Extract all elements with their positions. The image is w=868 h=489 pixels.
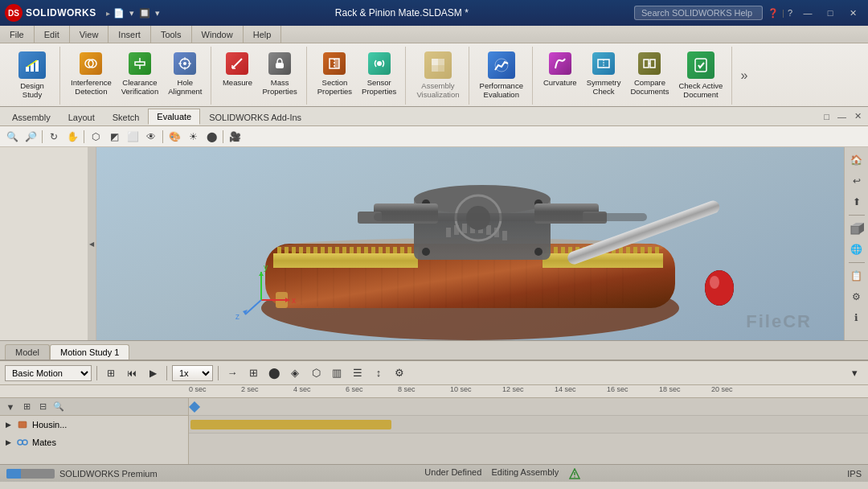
- ribbon-tab-edit[interactable]: Edit: [35, 26, 70, 43]
- sidebar-sep-2: [849, 262, 865, 263]
- configuration-button[interactable]: ⚙: [847, 287, 866, 306]
- symmetry-check-button[interactable]: SymmetryCheck: [583, 48, 625, 99]
- timeline-tool-3[interactable]: ⬤: [265, 364, 283, 382]
- design-study-label: DesignStudy: [20, 81, 44, 100]
- close-button[interactable]: ✕: [842, 5, 863, 21]
- tab-assembly[interactable]: Assembly: [3, 109, 59, 125]
- svg-text:y: y: [264, 263, 268, 272]
- measure-button[interactable]: Measure: [218, 48, 256, 89]
- svg-rect-68: [342, 247, 346, 253]
- performance-evaluation-button[interactable]: PerformanceEvaluation: [476, 48, 527, 102]
- zoom-in-button[interactable]: 🔎: [22, 129, 39, 145]
- rotate-button[interactable]: ↻: [45, 129, 63, 145]
- home-view-button[interactable]: 🏠: [847, 150, 866, 170]
- search-tree-button[interactable]: 🔍: [51, 400, 66, 414]
- housing-expand-icon[interactable]: ▶: [3, 420, 13, 429]
- sensor-button[interactable]: SensorProperties: [358, 48, 400, 99]
- toolbar-cmd-4[interactable]: ▾: [155, 8, 160, 18]
- playback-speed-select[interactable]: 0.5x 1x 2x: [172, 365, 213, 381]
- toolbar-cmd-2[interactable]: ▾: [129, 8, 134, 18]
- appearance-button[interactable]: 🎨: [166, 129, 183, 145]
- timeline-table-button[interactable]: ⊞: [102, 364, 120, 382]
- ribbon-more-button[interactable]: »: [737, 65, 751, 86]
- timeline-tool-5[interactable]: ⬡: [307, 364, 325, 382]
- expand-all-button[interactable]: ⊞: [19, 400, 34, 414]
- play-button[interactable]: ▶: [144, 364, 162, 382]
- interference-detection-button[interactable]: InterferenceDetection: [67, 48, 116, 99]
- design-study-button[interactable]: DesignStudy: [10, 48, 55, 102]
- view-settings-button[interactable]: 🎥: [226, 129, 244, 145]
- view-display-button[interactable]: ⬜: [124, 129, 141, 145]
- zoom-out-button[interactable]: ⬆: [847, 192, 866, 212]
- section-properties-button[interactable]: SectionProperties: [313, 48, 356, 99]
- ribbon-group-study: DesignStudy: [5, 47, 60, 105]
- maximize-button[interactable]: □: [820, 5, 841, 21]
- keyframe-mates-bar[interactable]: [190, 420, 391, 429]
- doc-minimize-button[interactable]: —: [834, 110, 850, 123]
- properties-button[interactable]: ℹ: [847, 308, 866, 327]
- decals-button[interactable]: ⬤: [203, 129, 220, 145]
- view-cube-button[interactable]: [847, 219, 866, 238]
- tab-motion-study-1[interactable]: Motion Study 1: [50, 344, 129, 360]
- timeline-tool-1[interactable]: →: [223, 364, 241, 382]
- timeline-settings-button[interactable]: ⚙: [391, 364, 408, 382]
- assembly-visualization-button[interactable]: AssemblyVisualization: [412, 48, 463, 102]
- pan-button[interactable]: ✋: [63, 129, 81, 145]
- ribbon-tab-file[interactable]: File: [0, 26, 35, 43]
- view-hide-button[interactable]: 👁: [142, 129, 160, 145]
- check-active-document-button[interactable]: Check ActiveDocument: [674, 48, 727, 102]
- minimize-button[interactable]: —: [797, 5, 818, 21]
- timeline-tool-2[interactable]: ⊞: [244, 364, 262, 382]
- previous-view-button[interactable]: ↩: [847, 171, 866, 191]
- ribbon-tab-view[interactable]: View: [70, 26, 109, 43]
- tree-item-mates[interactable]: ▶ Mates: [0, 434, 188, 451]
- view-orient-button[interactable]: ⬡: [87, 129, 104, 145]
- svg-rect-107: [486, 225, 491, 235]
- toolbar-cmd-1[interactable]: 📄: [113, 8, 125, 18]
- ribbon-tab-insert[interactable]: Insert: [108, 26, 151, 43]
- tree-item-housing[interactable]: ▶ Housin...: [0, 416, 188, 434]
- units-label: IPS: [847, 469, 862, 479]
- triad-button[interactable]: 🌐: [847, 240, 866, 259]
- filter-button[interactable]: ▼: [3, 400, 18, 414]
- toolbar-cmd-3[interactable]: 🔲: [139, 8, 150, 18]
- mass-properties-button[interactable]: MassProperties: [258, 48, 301, 99]
- play-from-start-button[interactable]: ⏮: [123, 364, 141, 382]
- help-search-input[interactable]: [634, 6, 763, 20]
- scene-button[interactable]: ☀: [184, 129, 202, 145]
- curvature-button[interactable]: Curvature: [539, 48, 581, 89]
- logo-icon: DS: [5, 4, 23, 22]
- doc-restore-button[interactable]: □: [821, 110, 833, 123]
- motion-type-select[interactable]: Basic Motion Motion Analysis Animation: [5, 365, 92, 381]
- status-progress-bar: [6, 469, 55, 479]
- compare-documents-button[interactable]: CompareDocuments: [626, 48, 673, 99]
- ribbon-tab-window[interactable]: Window: [192, 26, 244, 43]
- tab-model[interactable]: Model: [5, 344, 50, 360]
- tab-sketch[interactable]: Sketch: [104, 109, 149, 125]
- timeline-tool-4[interactable]: ◈: [286, 364, 304, 382]
- tab-solidworks-addins[interactable]: SOLIDWORKS Add-Ins: [200, 109, 310, 125]
- 3d-viewport[interactable]: x y z FileCR: [96, 147, 844, 340]
- ribbon-tab-tools[interactable]: Tools: [151, 26, 192, 43]
- doc-close-button[interactable]: ✕: [851, 109, 865, 123]
- hole-alignment-button[interactable]: HoleAlignment: [164, 48, 206, 99]
- zoom-to-fit-button[interactable]: 🔍: [3, 129, 21, 145]
- keyframe-housing-start[interactable]: [189, 401, 200, 412]
- display-states-button[interactable]: 📋: [847, 266, 866, 286]
- timeline-collapse-button[interactable]: ▾: [845, 364, 863, 382]
- section-view-button[interactable]: ◩: [105, 129, 123, 145]
- expand-icon[interactable]: ?: [788, 8, 792, 18]
- timeline-tool-6[interactable]: ▥: [328, 364, 346, 382]
- app-edition-label: SOLIDWORKS Premium: [59, 469, 158, 479]
- tab-evaluate[interactable]: Evaluate: [148, 109, 200, 125]
- brand-text: SOLIDWORKS: [26, 7, 96, 18]
- timeline-tool-7[interactable]: ☰: [349, 364, 366, 382]
- mates-expand-icon[interactable]: ▶: [3, 438, 13, 447]
- tab-layout[interactable]: Layout: [59, 109, 104, 125]
- ribbon-tab-help[interactable]: Help: [244, 26, 282, 43]
- timeline-tool-8[interactable]: ↕: [370, 364, 387, 382]
- clearance-verification-button[interactable]: ClearanceVerification: [117, 48, 162, 99]
- help-icon[interactable]: ❓: [768, 8, 779, 18]
- panel-collapse-handle[interactable]: ◀: [88, 147, 96, 340]
- collapse-all-button[interactable]: ⊟: [35, 400, 50, 414]
